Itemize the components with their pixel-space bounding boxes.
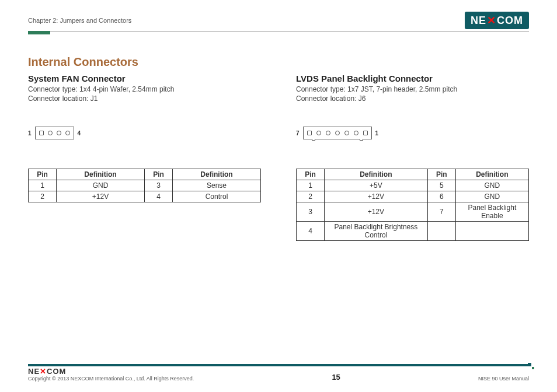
fan-connector-diagram: 1 4 [28, 127, 261, 139]
chapter-label: Chapter 2: Jumpers and Connectors [28, 17, 131, 24]
header-divider [28, 32, 529, 32]
lvds-title: LVDS Panel Backlight Connector [296, 74, 529, 83]
brand-left: NE [471, 15, 486, 27]
th-def: Definition [173, 169, 261, 180]
footer-copyright: Copyright © 2013 NEXCOM International Co… [28, 376, 194, 382]
lvds-desc-line2: Connector location: J6 [296, 94, 529, 103]
pin-icon [335, 131, 340, 135]
table-row: 2 +12V 4 Control [29, 191, 261, 202]
th-pin: Pin [427, 169, 455, 180]
th-pin: Pin [145, 169, 173, 180]
notch-icon [360, 139, 363, 141]
footer-divider [28, 364, 529, 366]
table-row: 1 GND 3 Sense [29, 180, 261, 191]
fan-pin-label-right: 4 [78, 130, 81, 136]
pin-icon [326, 131, 330, 135]
pin-icon [363, 131, 368, 135]
page-number: 15 [332, 373, 340, 382]
pin-icon [307, 131, 312, 135]
th-pin: Pin [29, 169, 57, 180]
pin-icon [354, 131, 358, 135]
fan-title: System FAN Connector [28, 74, 261, 83]
pin-icon [316, 131, 321, 135]
th-def: Definition [455, 169, 528, 180]
footer-doc-title: NISE 90 User Manual [478, 376, 529, 382]
brand-x-icon: ✕ [40, 367, 47, 376]
fan-pin-label-left: 1 [28, 130, 32, 136]
fan-pin-table: Pin Definition Pin Definition 1 GND 3 Se… [28, 169, 261, 202]
lvds-pin-table: Pin Definition Pin Definition 1 +5V 5 GN… [296, 169, 529, 241]
footer-logo: NE✕COM [28, 367, 194, 376]
pin-icon [57, 131, 61, 135]
lvds-pin-label-right: 1 [375, 130, 379, 136]
th-pin: Pin [297, 169, 325, 180]
fan-connector-section: System FAN Connector Connector type: 1x4… [28, 71, 261, 241]
brand-right: COM [497, 15, 523, 27]
brand-logo: NE✕COM [465, 12, 529, 29]
lvds-connector-diagram: 7 1 [296, 127, 529, 139]
th-def: Definition [57, 169, 145, 180]
fan-desc-line1: Connector type: 1x4 4-pin Wafer, 2.54mm … [28, 85, 261, 94]
notch-icon [312, 139, 315, 141]
main-title: Internal Connectors [28, 55, 529, 69]
lvds-pin-label-left: 7 [296, 130, 300, 136]
th-def: Definition [325, 169, 428, 180]
fan-desc-line2: Connector location: J1 [28, 94, 261, 103]
table-row: 2 +12V 6 GND [297, 191, 529, 202]
pin-icon [48, 131, 53, 135]
pin-icon [65, 131, 70, 135]
lvds-desc-line1: Connector type: 1x7 JST, 7-pin header, 2… [296, 85, 529, 94]
brand-x-icon: ✕ [486, 14, 497, 27]
table-row: 4 Panel Backlight Brightness Control [297, 222, 529, 241]
pin-icon [39, 131, 44, 135]
table-row: 3 +12V 7 Panel Backlight Enable [297, 202, 529, 222]
lvds-connector-section: LVDS Panel Backlight Connector Connector… [296, 71, 529, 241]
table-row: 1 +5V 5 GND [297, 180, 529, 191]
pin-icon [344, 131, 349, 135]
